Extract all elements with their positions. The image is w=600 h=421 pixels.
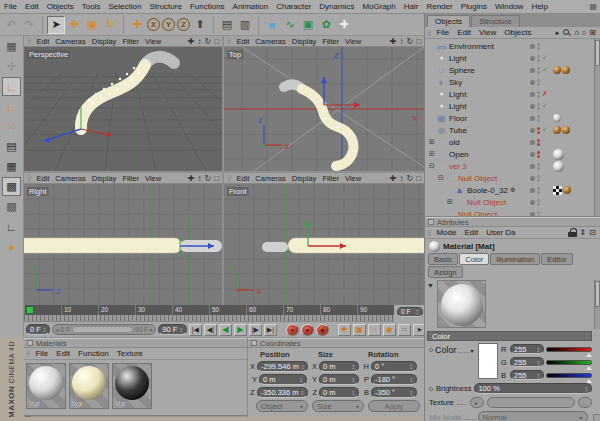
coord-field[interactable]: 0 °↕ [371,361,417,372]
tab-color[interactable]: Color [459,253,489,265]
zoom-icon[interactable]: ↕ [197,174,201,183]
panel-box-icon[interactable] [27,340,33,346]
material-thumbnail[interactable]: Mat [26,363,66,409]
object-label[interactable]: Tube [447,126,467,135]
coord-size-dropdown[interactable]: Size▾ [312,400,364,412]
zoom-icon[interactable]: ↕ [399,174,403,183]
tree-item[interactable]: ▲Boole-0_32⊕ [425,184,592,196]
menu-edit[interactable]: Edit [21,2,43,11]
channel-slider[interactable] [546,360,592,365]
attributes-menu-user-da[interactable]: User Da [482,228,519,237]
scrollbar-thumb[interactable] [595,40,600,66]
object-label[interactable]: Floor [447,114,467,123]
add-primitive-button[interactable]: ■ [263,16,281,34]
scale-tool[interactable]: ▣ [83,16,101,34]
menu-help[interactable]: Help [527,2,551,11]
resize-handle[interactable] [593,414,600,421]
rotate-icon[interactable]: ↻ [204,37,211,46]
graysphere-tag[interactable] [553,114,561,122]
tree-item[interactable]: ⊟○ver 3 [425,160,592,172]
coord-field[interactable]: -350 °↕ [371,387,417,398]
stepper-icon[interactable]: ↕ [535,346,541,353]
menu-plugins[interactable]: Plugins [457,2,491,11]
viewport-perspective-canvas[interactable] [24,47,222,171]
edges-mode-button[interactable]: ▤ [2,137,21,156]
viewport-menu-display[interactable]: Display [92,37,117,46]
coord-field[interactable]: -299.546 m↕ [257,361,308,372]
texture-mode-button[interactable]: ▩ [2,177,21,196]
material-thumbnail[interactable]: Mat [69,363,109,409]
menubar-corner-icon[interactable]: ▦ [589,2,597,11]
goto-end-button[interactable]: ▶| [264,324,277,336]
key-parameter-toggle[interactable]: ◉ [383,324,396,336]
make-editable-button[interactable]: ▦ [2,37,21,56]
visibility-dot[interactable] [530,152,535,157]
pan-icon[interactable]: ✚ [188,37,195,46]
tree-item[interactable]: ◎Tube✓ [425,124,592,136]
brown-tag[interactable] [563,186,571,194]
viewport-menu-filter[interactable]: Filter [122,174,139,183]
render-dots[interactable] [537,67,540,74]
render-dots[interactable] [537,115,540,122]
visibility-dot[interactable] [530,188,535,193]
attributes-menu-edit[interactable]: Edit [460,228,482,237]
lock-icon[interactable] [568,228,577,238]
graysphere-big-tag[interactable] [553,161,564,172]
expander-icon[interactable]: ⊞ [446,198,454,206]
expander-icon[interactable]: ⊞ [428,150,436,158]
x-axis-lock[interactable]: X [147,18,160,31]
tree-item[interactable]: ▦Floor [425,112,592,124]
visibility-dot[interactable] [530,164,535,169]
add-generator-button[interactable]: ▣ [299,16,317,34]
render-dots[interactable] [537,163,540,170]
color-section-header[interactable]: Color [427,331,592,341]
stepper-icon[interactable]: ↕ [408,376,414,383]
visibility-dot[interactable] [530,104,535,109]
menu-functions[interactable]: Functions [186,2,229,11]
stepper-icon[interactable]: ↕ [299,363,305,370]
viewport-menu-filter[interactable]: Filter [322,37,339,46]
visibility-dot[interactable] [530,116,535,121]
visibility-dot[interactable] [530,92,535,97]
apply-button[interactable]: Apply [368,400,420,412]
channel-value-field[interactable]: 255↕ [510,370,544,380]
points-mode-button[interactable]: ∷ [2,117,21,136]
channel-value-field[interactable]: 255↕ [510,344,544,354]
viewport-menu-cameras[interactable]: Cameras [55,174,85,183]
viewport-menu-cameras[interactable]: Cameras [55,37,85,46]
visibility-dot[interactable] [530,68,535,73]
zoom-icon[interactable]: ↕ [197,37,201,46]
object-label[interactable]: Light [447,102,466,111]
pan-icon[interactable]: ✚ [390,37,397,46]
key-pla-toggle[interactable]: ∷ [398,324,411,336]
viewport-menu-display[interactable]: Display [92,174,117,183]
coord-field[interactable]: -350.336 m↕ [257,387,308,398]
menu-objects[interactable]: Objects [43,2,78,11]
animation-mode-button[interactable]: ● [2,237,21,256]
viewport-menu-view[interactable]: View [145,37,161,46]
render-dots[interactable] [537,151,540,158]
objects-menu-edit[interactable]: Edit [453,28,475,37]
object-tree-scrollbar[interactable] [594,39,600,216]
stepper-icon[interactable]: ↕ [350,389,356,396]
y-axis-lock[interactable]: Y [162,18,175,31]
panel-box-icon[interactable] [428,219,434,225]
brown-tag[interactable] [562,126,570,134]
object-label[interactable]: Sky [447,78,462,87]
texture-expand-button[interactable]: ▸ [470,397,484,408]
stepper-icon[interactable]: ↕ [350,376,356,383]
object-label[interactable]: Open [447,150,469,159]
menu-mograph[interactable]: MoGraph [358,2,399,11]
object-label[interactable]: Environment [447,42,494,51]
menu-animation[interactable]: Animation [229,2,273,11]
expander-icon[interactable]: ⊞ [428,138,436,146]
polygons-mode-button[interactable]: ▦ [2,157,21,176]
object-label[interactable]: Boole-0_32 [465,186,508,195]
search-icon[interactable] [562,28,571,37]
stepper-icon[interactable]: ↕ [408,389,414,396]
tab-editor[interactable]: Editor [541,253,573,265]
stepper-icon[interactable]: ↕ [408,363,414,370]
panel-handle-icon[interactable]: ⣿ [227,175,231,181]
viewport-menu-display[interactable]: Display [292,174,317,183]
viewport-menu-edit[interactable]: Edit [236,37,249,46]
